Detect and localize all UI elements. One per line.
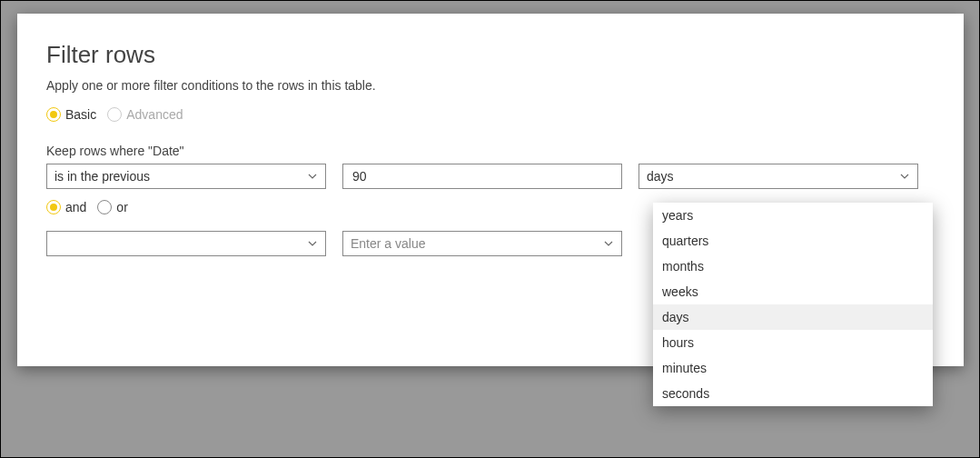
radio-circle-icon [46,107,61,122]
unit-dropdown-1[interactable]: days [638,164,918,189]
mode-radio-group: Basic Advanced [46,107,935,122]
operator-value: is in the previous [54,169,150,184]
condition-row-1: is in the previous days [46,164,935,189]
mode-advanced-label: Advanced [126,107,183,122]
chevron-down-icon [307,171,318,182]
operator-dropdown-2[interactable] [46,231,326,256]
mode-basic-label: Basic [65,107,96,122]
logic-or-label: or [116,200,127,214]
unit-value: days [647,169,674,184]
unit-dropdown-menu[interactable]: years quarters months weeks days hours m… [653,203,933,406]
unit-option-hours[interactable]: hours [653,330,933,355]
dialog-title: Filter rows [46,41,935,69]
radio-circle-icon [107,107,122,122]
mode-advanced-radio[interactable]: Advanced [107,107,183,122]
unit-option-seconds[interactable]: seconds [653,381,933,406]
unit-option-months[interactable]: months [653,254,933,279]
value-placeholder: Enter a value [351,236,426,251]
unit-option-quarters[interactable]: quarters [653,228,933,254]
radio-circle-icon [97,200,112,214]
value-input-1[interactable] [342,164,622,189]
unit-option-days[interactable]: days [653,304,933,330]
dialog-subtitle: Apply one or more filter conditions to t… [46,78,935,93]
value-input-2[interactable]: Enter a value [342,231,622,256]
logic-or-radio[interactable]: or [97,200,127,214]
chevron-down-icon [603,238,614,249]
keep-rows-label: Keep rows where "Date" [46,144,935,158]
chevron-down-icon [899,171,910,182]
logic-and-radio[interactable]: and [46,200,86,214]
logic-and-label: and [65,200,86,214]
value-field[interactable] [351,168,614,184]
radio-circle-icon [46,200,61,214]
operator-dropdown-1[interactable]: is in the previous [46,164,326,189]
mode-basic-radio[interactable]: Basic [46,107,96,122]
unit-option-weeks[interactable]: weeks [653,279,933,304]
unit-option-minutes[interactable]: minutes [653,355,933,381]
chevron-down-icon [307,238,318,249]
unit-option-years[interactable]: years [653,203,933,228]
